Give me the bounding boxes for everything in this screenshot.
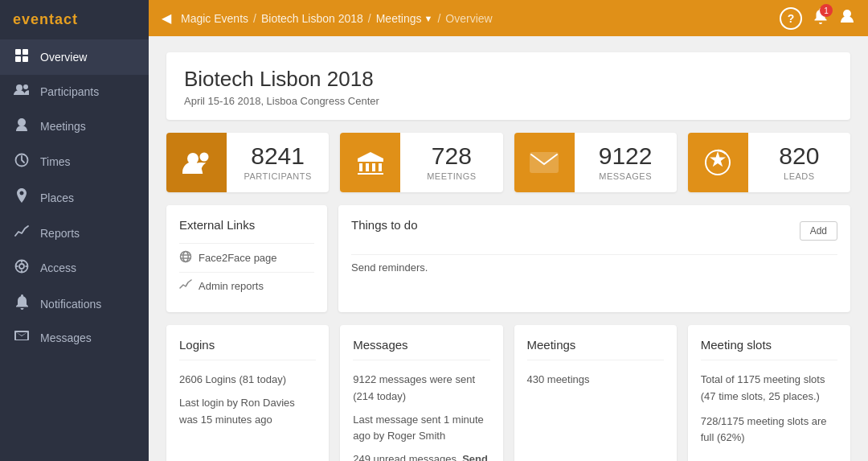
stat-card-meetings[interactable]: 728 MEETINGS — [340, 133, 502, 192]
reports-icon — [13, 225, 31, 241]
stats-row: 8241 PARTICIPANTS 728 MEETINGS 9122 — [166, 133, 850, 192]
admin-reports-label: Admin reports — [199, 280, 264, 292]
messages-line3-plain: 249 unread messages. — [353, 453, 459, 461]
meetings-label: MEETINGS — [427, 171, 476, 181]
todo-header: Things to do Add — [351, 218, 837, 243]
sidebar-item-notifications[interactable]: Notifications — [0, 286, 149, 322]
sidebar-nav: Overview Participants Meetings Times Pla — [0, 39, 149, 461]
middle-section: External Links Face2Face page Admin repo… — [166, 205, 850, 312]
breadcrumb-meetings[interactable]: Meetings ▼ — [376, 12, 433, 25]
notifications-button[interactable]: 1 — [813, 8, 828, 28]
breadcrumb-event[interactable]: Biotech Lisbon 2018 — [261, 12, 363, 25]
content: Biotech Lisbon 2018 April 15-16 2018, Li… — [149, 36, 868, 461]
messages-card-content: 9122 messages were sent (214 today) Last… — [353, 372, 489, 461]
svg-point-5 — [23, 84, 28, 89]
sidebar-item-label: Places — [40, 191, 74, 204]
sidebar-item-messages[interactable]: Messages — [0, 322, 149, 354]
leads-stat-icon — [688, 133, 748, 192]
meeting-slots-line1: Total of 1175 meeting slots (47 time slo… — [701, 372, 837, 405]
times-icon — [13, 153, 31, 171]
face2face-link[interactable]: Face2Face page — [179, 243, 314, 272]
sidebar-item-label: Messages — [40, 331, 92, 344]
logins-line2: Last login by Ron Davies was 15 minutes … — [179, 395, 316, 429]
bottom-row: Logins 2606 Logins (81 today) Last login… — [166, 325, 850, 461]
breadcrumb: Magic Events / Biotech Lisbon 2018 / Mee… — [181, 12, 780, 25]
messages-count: 9122 — [599, 144, 653, 168]
sidebar: eventact Overview Participants Meetings — [0, 0, 149, 461]
sidebar-item-times[interactable]: Times — [0, 144, 149, 179]
sidebar-item-label: Access — [40, 261, 76, 274]
breadcrumb-magic-events[interactable]: Magic Events — [181, 12, 248, 25]
messages-line3: 249 unread messages. Send Reminder — [353, 451, 489, 461]
help-button[interactable]: ? — [780, 7, 802, 30]
messages-line2: Last message sent 1 minute ago by Roger … — [353, 412, 489, 446]
svg-point-19 — [181, 252, 191, 262]
notifications-icon — [13, 294, 31, 313]
logins-content: 2606 Logins (81 today) Last login by Ron… — [179, 372, 316, 428]
overview-icon — [13, 48, 31, 66]
stat-card-leads[interactable]: 820 LEADS — [688, 133, 850, 192]
breadcrumb-sep-1: / — [253, 12, 256, 25]
sidebar-item-places[interactable]: Places — [0, 179, 149, 216]
meeting-slots-title: Meeting slots — [701, 338, 837, 360]
participants-count: 8241 — [251, 144, 305, 168]
meeting-slots-content: Total of 1175 meeting slots (47 time slo… — [701, 372, 837, 447]
meetings-count: 728 — [432, 144, 472, 168]
meetings-card-title: Meetings — [527, 338, 664, 360]
external-links-card: External Links Face2Face page Admin repo… — [166, 205, 327, 312]
messages-label: MESSAGES — [599, 171, 652, 181]
logo-text: eventact — [13, 11, 78, 28]
add-todo-button[interactable]: Add — [800, 221, 837, 241]
logins-title: Logins — [179, 338, 316, 360]
sidebar-item-participants[interactable]: Participants — [0, 75, 149, 109]
user-button[interactable] — [839, 8, 855, 28]
svg-rect-1 — [23, 49, 28, 55]
sidebar-item-label: Overview — [40, 51, 87, 64]
svg-point-20 — [183, 252, 188, 262]
logo-part1: event — [13, 11, 55, 27]
access-icon — [13, 259, 31, 277]
meetings-count-text: 430 meetings — [527, 372, 664, 389]
leads-stat-info: 820 LEADS — [748, 133, 850, 192]
meeting-slots-card: Meeting slots Total of 1175 meeting slot… — [688, 325, 850, 461]
svg-rect-0 — [15, 49, 21, 55]
page-subtitle: April 15-16 2018, Lisboa Congress Center — [184, 95, 833, 107]
stat-card-messages[interactable]: 9122 MESSAGES — [514, 133, 677, 192]
chart-icon — [179, 279, 192, 293]
leads-count: 820 — [779, 144, 819, 168]
svg-point-9 — [19, 264, 24, 269]
sidebar-item-meetings[interactable]: Meetings — [0, 109, 149, 144]
svg-rect-17 — [530, 153, 558, 172]
breadcrumb-current: Overview — [445, 12, 492, 25]
logins-card: Logins 2606 Logins (81 today) Last login… — [166, 325, 329, 461]
things-to-do-card: Things to do Add Send reminders. — [338, 205, 850, 312]
sidebar-item-label: Times — [40, 155, 71, 168]
sidebar-item-label: Meetings — [40, 120, 86, 133]
topbar: ◀ Magic Events / Biotech Lisbon 2018 / M… — [149, 0, 868, 36]
notification-badge: 1 — [820, 4, 833, 17]
sidebar-item-access[interactable]: Access — [0, 250, 149, 286]
messages-card: Messages 9122 messages were sent (214 to… — [340, 325, 502, 461]
stat-card-participants[interactable]: 8241 PARTICIPANTS — [166, 133, 329, 192]
meetings-icon — [13, 117, 31, 135]
sidebar-item-overview[interactable]: Overview — [0, 39, 149, 75]
logo: eventact — [0, 0, 149, 39]
leads-label: LEADS — [784, 171, 815, 181]
meeting-slots-line2: 728/1175 meeting slots are full (62%) — [701, 414, 837, 447]
breadcrumb-sep-2: / — [368, 12, 371, 25]
dropdown-icon: ▼ — [424, 14, 433, 23]
main-area: ◀ Magic Events / Biotech Lisbon 2018 / M… — [149, 0, 868, 461]
admin-reports-link[interactable]: Admin reports — [179, 272, 314, 299]
sidebar-item-reports[interactable]: Reports — [0, 216, 149, 250]
sidebar-item-label: Reports — [40, 227, 80, 240]
logo-part2: act — [55, 11, 78, 27]
page-header: Biotech Lisbon 2018 April 15-16 2018, Li… — [166, 52, 850, 120]
messages-icon — [13, 331, 31, 345]
collapse-button[interactable]: ◀ — [162, 10, 171, 26]
breadcrumb-meetings-link[interactable]: Meetings — [376, 12, 422, 25]
participants-icon — [13, 84, 31, 100]
meetings-stat-info: 728 MEETINGS — [400, 133, 502, 192]
participants-stat-icon — [166, 133, 227, 192]
meetings-card: Meetings 430 meetings — [514, 325, 677, 461]
todo-title: Things to do — [351, 218, 418, 232]
